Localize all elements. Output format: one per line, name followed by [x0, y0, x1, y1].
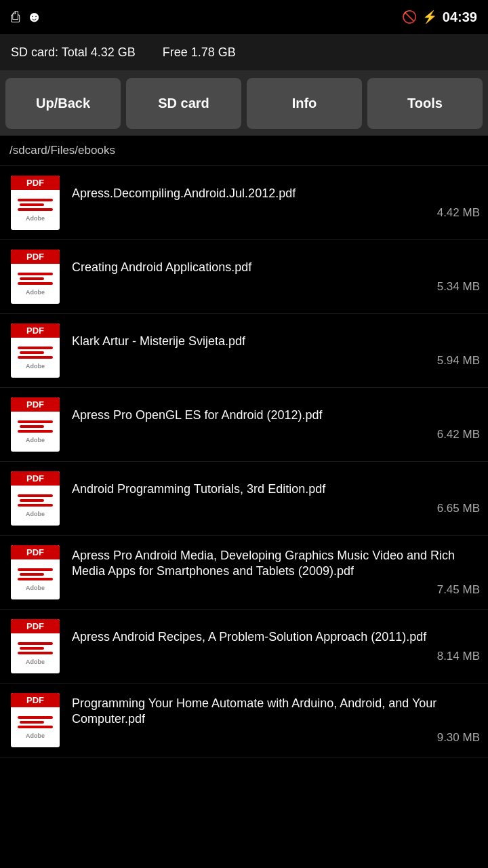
file-name: Klark Artur - Misterije Svijeta.pdf	[72, 334, 480, 349]
pdf-icon-wrapper: PDF Adobe	[8, 619, 62, 673]
file-info: Apress Android Recipes, A Problem-Soluti…	[72, 629, 480, 663]
sd-info-bar: SD card: Total 4.32 GB Free 1.78 GB	[0, 34, 488, 71]
file-name: Apress.Decompiling.Android.Jul.2012.pdf	[72, 186, 480, 201]
toolbar: Up/Back SD card Info Tools	[0, 71, 488, 136]
pdf-body: Adobe	[11, 412, 60, 452]
sd-card-button[interactable]: SD card	[126, 78, 241, 129]
pdf-badge: PDF	[11, 250, 60, 264]
file-name: Apress Pro Android Media, Developing Gra…	[72, 548, 480, 580]
android-icon: ☻	[26, 8, 42, 26]
pdf-badge: PDF	[11, 397, 60, 412]
file-name: Programming Your Home Automate with Ardu…	[72, 696, 480, 728]
file-size: 5.34 MB	[72, 280, 480, 294]
file-info: Klark Artur - Misterije Svijeta.pdf5.94 …	[72, 334, 480, 367]
tools-button[interactable]: Tools	[367, 78, 483, 129]
file-size: 5.94 MB	[72, 354, 480, 368]
file-name: Android Programming Tutorials, 3rd Editi…	[72, 481, 480, 497]
up-back-button[interactable]: Up/Back	[5, 78, 121, 129]
file-info: Creating Android Applications.pdf5.34 MB	[72, 260, 480, 293]
breadcrumb: /sdcard/Files/ebooks	[9, 144, 115, 157]
file-size: 9.30 MB	[72, 731, 480, 745]
sd-free: Free 1.78 GB	[163, 45, 236, 60]
file-info: Programming Your Home Automate with Ardu…	[72, 696, 480, 745]
file-size: 8.14 MB	[72, 650, 480, 663]
file-size: 6.42 MB	[72, 428, 480, 441]
file-name: Apress Android Recipes, A Problem-Soluti…	[72, 629, 480, 645]
file-item[interactable]: PDF Adobe Android Programming Tutorials,…	[0, 462, 488, 536]
info-button[interactable]: Info	[247, 78, 362, 129]
pdf-badge: PDF	[11, 323, 60, 338]
breadcrumb-bar: /sdcard/Files/ebooks	[0, 136, 488, 166]
file-info: Apress Pro OpenGL ES for Android (2012).…	[72, 408, 480, 441]
file-info: Apress.Decompiling.Android.Jul.2012.pdf4…	[72, 186, 480, 219]
file-info: Android Programming Tutorials, 3rd Editi…	[72, 481, 480, 515]
file-item[interactable]: PDF Adobe Apress Pro Android Media, Deve…	[0, 536, 488, 610]
pdf-body: Adobe	[11, 633, 60, 673]
pdf-body: Adobe	[11, 486, 60, 526]
file-list: PDF Adobe Apress.Decompiling.Android.Jul…	[0, 166, 488, 868]
file-item[interactable]: PDF Adobe Klark Artur - Misterije Svijet…	[0, 314, 488, 388]
pdf-badge: PDF	[11, 545, 60, 559]
pdf-body: Adobe	[11, 559, 60, 599]
pdf-badge: PDF	[11, 471, 60, 486]
status-bar: ⎙ ☻ 🚫 ⚡ 04:39	[0, 0, 488, 34]
file-size: 7.45 MB	[72, 583, 480, 597]
pdf-icon-wrapper: PDF Adobe	[8, 323, 62, 378]
file-item[interactable]: PDF Adobe Programming Your Home Automate…	[0, 684, 488, 757]
usb-icon: ⎙	[11, 8, 20, 26]
file-name: Creating Android Applications.pdf	[72, 260, 480, 275]
file-size: 6.65 MB	[72, 502, 480, 515]
file-info: Apress Pro Android Media, Developing Gra…	[72, 548, 480, 597]
pdf-icon-wrapper: PDF Adobe	[8, 693, 62, 747]
file-item[interactable]: PDF Adobe Apress Android Recipes, A Prob…	[0, 610, 488, 684]
pdf-badge: PDF	[11, 176, 60, 190]
pdf-icon-wrapper: PDF Adobe	[8, 397, 62, 452]
pdf-icon-wrapper: PDF Adobe	[8, 545, 62, 599]
pdf-body: Adobe	[11, 338, 60, 378]
pdf-badge: PDF	[11, 693, 60, 707]
sd-total: SD card: Total 4.32 GB	[11, 45, 136, 60]
pdf-icon-wrapper: PDF Adobe	[8, 471, 62, 526]
no-sim-icon: 🚫	[402, 9, 417, 24]
pdf-body: Adobe	[11, 264, 60, 304]
pdf-badge: PDF	[11, 619, 60, 633]
file-size: 4.42 MB	[72, 206, 480, 220]
pdf-body: Adobe	[11, 190, 60, 230]
file-item[interactable]: PDF Adobe Creating Android Applications.…	[0, 240, 488, 314]
clock: 04:39	[443, 9, 477, 25]
file-item[interactable]: PDF Adobe Apress.Decompiling.Android.Jul…	[0, 166, 488, 240]
pdf-icon-wrapper: PDF Adobe	[8, 176, 62, 230]
pdf-body: Adobe	[11, 707, 60, 747]
battery-icon: ⚡	[422, 9, 437, 24]
file-name: Apress Pro OpenGL ES for Android (2012).…	[72, 408, 480, 423]
file-item[interactable]: PDF Adobe Apress Pro OpenGL ES for Andro…	[0, 388, 488, 462]
pdf-icon-wrapper: PDF Adobe	[8, 250, 62, 304]
